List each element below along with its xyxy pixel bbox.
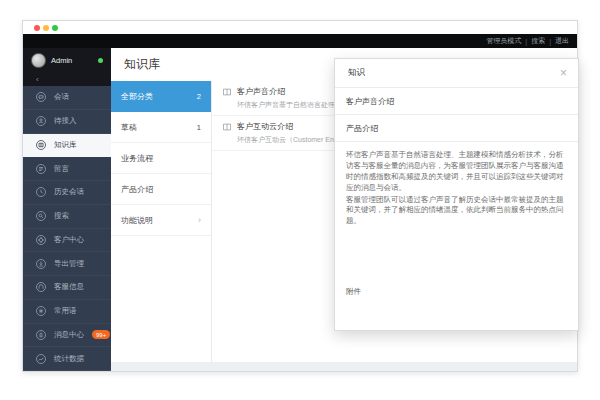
sidebar-item-label: 历史会话 — [54, 187, 84, 197]
sidebar-item-statistics[interactable]: 统计数据 — [23, 347, 111, 371]
sidebar-item-label: 客服信息 — [54, 282, 84, 292]
category-label: 产品介绍 — [121, 184, 153, 195]
sidebar-item-search[interactable]: 搜索 — [23, 205, 111, 229]
chevron-right-icon: › — [198, 215, 201, 225]
knowledge-preview-body: 环信客户声音基于自然语言处理、主题建模和情感分析技术，分析访客与客服全量的消息内… — [335, 142, 578, 330]
chevron-left-icon: ‹ — [36, 75, 39, 84]
target-icon — [35, 234, 47, 246]
category-list: 全部分类 2 草稿 1 业务流程 产品介绍 — [111, 81, 212, 362]
category-label: 业务流程 — [121, 153, 153, 164]
history-clock-icon — [35, 186, 47, 198]
search-result-item[interactable]: 客户声音介绍 — [335, 88, 578, 115]
category-label: 草稿 — [121, 122, 137, 133]
sidebar-item-label: 会话 — [54, 92, 69, 102]
knowledge-search-bar: × — [335, 59, 578, 88]
book-icon — [35, 139, 47, 151]
open-book-icon — [222, 122, 232, 132]
sidebar-collapse-button[interactable]: ‹ — [23, 72, 111, 86]
category-feature-guide[interactable]: 功能说明 › — [111, 205, 211, 236]
window-titlebar — [23, 21, 577, 34]
admin-mode-link[interactable]: 管理员模式 — [486, 36, 521, 46]
logout-link[interactable]: 退出 — [555, 36, 569, 46]
sidebar-item-common-phrases[interactable]: 常用语 — [23, 300, 111, 324]
topbar-separator: | — [549, 38, 551, 45]
stats-chart-icon — [35, 353, 47, 365]
article-title: 客户声音介绍 — [237, 86, 285, 97]
search-link[interactable]: 搜索 — [531, 36, 545, 46]
close-window-button[interactable] — [34, 25, 40, 31]
sidebar-item-history[interactable]: 历史会话 — [23, 181, 111, 205]
sidebar-item-pending[interactable]: 待接入 — [23, 110, 111, 134]
sidebar-item-label: 统计数据 — [54, 354, 84, 364]
sidebar-item-sessions[interactable]: 会话 — [23, 86, 111, 110]
knowledge-paragraph: 环信客户声音基于自然语言处理、主题建模和情感分析技术，分析访客与客服全量的消息内… — [346, 150, 567, 194]
screen: 管理员模式 | 搜索 | 退出 Admin ‹ 会话 — [0, 0, 600, 400]
chat-icon — [35, 91, 47, 103]
download-icon — [35, 258, 47, 270]
asterisk-icon — [35, 305, 47, 317]
category-count: 2 — [197, 92, 201, 101]
knowledge-search-input[interactable] — [346, 67, 560, 79]
category-label: 全部分类 — [121, 91, 153, 102]
zoom-window-button[interactable] — [52, 25, 58, 31]
person-icon — [35, 115, 47, 127]
sidebar-item-label: 留言 — [54, 164, 69, 174]
sidebar-item-message-center[interactable]: 消息中心 99+ — [23, 324, 111, 348]
unread-count-badge: 99+ — [92, 330, 110, 339]
category-product-intro[interactable]: 产品介绍 — [111, 174, 211, 205]
top-appbar: 管理员模式 | 搜索 | 退出 — [23, 34, 577, 48]
minimize-window-button[interactable] — [43, 25, 49, 31]
profile-row[interactable]: Admin — [23, 48, 111, 72]
online-status-dot — [98, 58, 103, 63]
category-business-process[interactable]: 业务流程 — [111, 143, 211, 174]
headset-icon — [35, 281, 47, 293]
sidebar-item-export[interactable]: 导出管理 — [23, 252, 111, 276]
category-label: 功能说明 — [121, 215, 153, 226]
category-all[interactable]: 全部分类 2 — [111, 81, 211, 112]
sidebar-item-customer-center[interactable]: 客户中心 — [23, 229, 111, 253]
search-result-item[interactable]: 产品介绍 — [335, 115, 578, 142]
category-count: 1 — [197, 123, 201, 132]
sidebar-item-label: 知识库 — [54, 140, 77, 150]
knowledge-search-panel: × 客户声音介绍 产品介绍 环信客户声音基于自然语言处理、主题建模和情感分析技术… — [334, 58, 579, 331]
sidebar-item-label: 待接入 — [54, 116, 77, 126]
page-title: 知识库 — [124, 56, 160, 73]
knowledge-paragraph: 客服管理团队可以通过客户声音了解历史会话中最常被提及的主题和关键词，并了解相应的… — [346, 195, 567, 228]
close-icon[interactable]: × — [560, 67, 567, 79]
sidebar-item-leave-message[interactable]: 留言 — [23, 157, 111, 181]
sidebar-item-label: 客户中心 — [54, 235, 84, 245]
sidebar: Admin ‹ 会话 待接入 — [23, 48, 111, 371]
attachment-label: 附件 — [346, 287, 361, 298]
bell-icon — [35, 329, 47, 341]
sidebar-item-label: 常用语 — [54, 306, 77, 316]
profile-name: Admin — [51, 56, 72, 65]
search-icon — [35, 210, 47, 222]
avatar — [31, 53, 46, 68]
app-window: 管理员模式 | 搜索 | 退出 Admin ‹ 会话 — [22, 20, 578, 372]
topbar-separator: | — [525, 38, 527, 45]
sidebar-menu: 会话 待接入 知识库 留言 — [23, 86, 111, 371]
open-book-icon — [222, 87, 232, 97]
message-icon — [35, 163, 47, 175]
sidebar-item-knowledge-base[interactable]: 知识库 — [23, 134, 111, 158]
sidebar-item-label: 搜索 — [54, 211, 69, 221]
sidebar-item-label: 消息中心 — [54, 330, 84, 340]
sidebar-item-agent-info[interactable]: 客服信息 — [23, 276, 111, 300]
category-drafts[interactable]: 草稿 1 — [111, 112, 211, 143]
article-title: 客户互动云介绍 — [237, 121, 293, 132]
sidebar-item-label: 导出管理 — [54, 259, 84, 269]
